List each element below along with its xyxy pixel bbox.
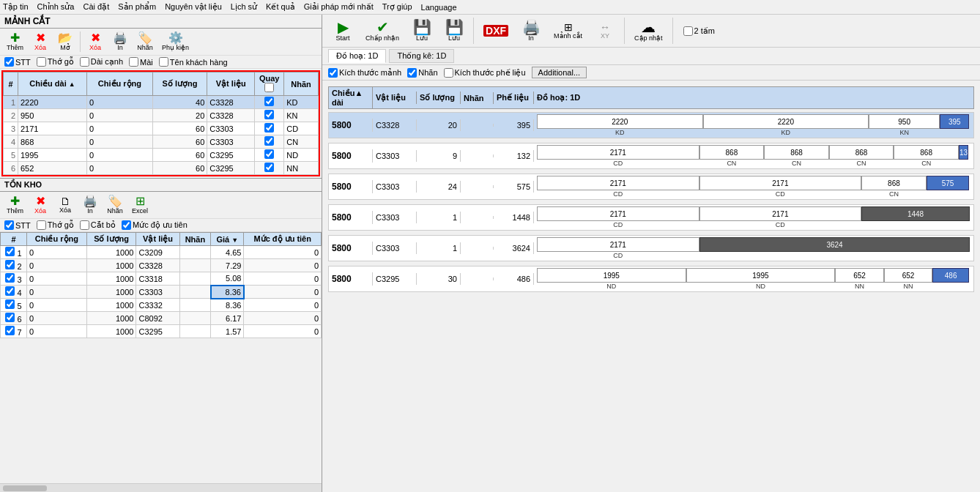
cell-gia[interactable]: 6.17 xyxy=(211,312,244,325)
nhan-button[interactable]: 🏷️ Nhãn xyxy=(133,30,157,53)
tk-check-stt[interactable]: STT xyxy=(4,220,31,230)
cell-check[interactable]: 3 xyxy=(1,272,27,286)
mo-button[interactable]: 📂 Mở xyxy=(53,30,77,53)
list-item[interactable]: 7 0 1000 C3295 1.57 0 xyxy=(1,325,322,338)
cell-quay[interactable] xyxy=(255,109,284,122)
check-stt[interactable]: STT xyxy=(4,57,31,67)
tk-check-cat-bo[interactable]: Cắt bỏ xyxy=(80,220,116,230)
in-button[interactable]: 🖨️ In xyxy=(108,30,132,53)
menu-tro-giup[interactable]: Trợ giúp xyxy=(382,2,412,12)
list-item[interactable]: 1 0 1000 C3209 4.65 0 xyxy=(1,246,322,259)
cell-check[interactable]: 7 xyxy=(1,325,27,338)
col-so-luong[interactable]: Số lượng xyxy=(152,72,207,96)
check-tho-go[interactable]: Thớ gỗ xyxy=(37,57,74,67)
cell-quay[interactable] xyxy=(255,96,284,109)
check-ten-khach-hang[interactable]: Tên khách hàng xyxy=(159,57,228,67)
cell-check[interactable]: 5 xyxy=(1,299,27,312)
tk-col-so-luong[interactable]: Số lượng xyxy=(86,233,136,246)
scrollbar-h[interactable] xyxy=(0,483,322,492)
cell-gia[interactable]: 5.08 xyxy=(211,272,244,286)
cell-check[interactable]: 1 xyxy=(1,246,27,259)
cell-check[interactable]: 2 xyxy=(1,259,27,272)
list-item[interactable]: 3 0 1000 C3318 5.08 0 xyxy=(1,272,322,286)
check-kich-thuoc-manh[interactable]: Kích thước mảnh xyxy=(328,68,401,78)
tab-do-hoa[interactable]: Đồ hoạ: 1D xyxy=(328,49,386,63)
diagram-row[interactable]: 5800 C3303 24 575 2171 CD 2171 CD 868 CN… xyxy=(328,174,974,200)
cell-check[interactable]: 4 xyxy=(1,286,27,299)
cell-gia[interactable]: 1.57 xyxy=(211,325,244,338)
col-chieu-rong[interactable]: Chiều rộng xyxy=(87,72,153,96)
cell-gia[interactable]: 8.36 xyxy=(211,299,244,312)
diagram-row[interactable]: 5800 C3295 30 486 1995 ND 1995 ND 652 NN… xyxy=(328,266,974,292)
cell-gia[interactable]: 7.29 xyxy=(211,259,244,272)
check-mai[interactable]: Mài xyxy=(129,57,153,67)
dxf-button[interactable]: DXF xyxy=(478,23,513,39)
xoa2-button[interactable]: ✖ Xóa xyxy=(83,30,107,53)
menu-language[interactable]: Language xyxy=(421,3,457,12)
diagram-row[interactable]: 5800 C3303 9 132 2171 CD 868 CN 868 CN 8… xyxy=(328,143,974,169)
col-vat-lieu[interactable]: Vật liệu xyxy=(207,72,255,96)
2-tam-check[interactable]: 2 tấm xyxy=(683,26,715,36)
chap-nhan-button[interactable]: ✔ Chấp nhận xyxy=(360,18,404,44)
col-nhan[interactable]: Nhãn xyxy=(284,72,319,96)
tab-thong-ke[interactable]: Thống kê: 1D xyxy=(389,49,454,63)
tk-in-button[interactable]: 🖨️ In xyxy=(78,193,102,217)
cell-gia[interactable]: 8.36 xyxy=(211,286,244,299)
phu-kien-button[interactable]: ⚙️ Phụ kiện xyxy=(158,30,193,53)
list-item[interactable]: 6 0 1000 C8092 6.17 0 xyxy=(1,312,322,325)
cell-quay[interactable] xyxy=(255,162,284,175)
menu-nguyen-vat-lieu[interactable]: Nguyên vật liệu xyxy=(165,2,222,12)
list-item[interactable]: 5 0 1000 C3332 8.36 0 xyxy=(1,299,322,312)
diagram-row[interactable]: 5800 C3303 1 1448 2171 CD 2171 CD 1448 xyxy=(328,204,974,231)
menu-ket-qua[interactable]: Kết quả xyxy=(266,2,295,12)
table-row[interactable]: 6 652 0 60 C3295 NN xyxy=(4,162,319,175)
tk-col-vat-lieu[interactable]: Vật liệu xyxy=(136,233,179,246)
tk-check-tho-go[interactable]: Thớ gỗ xyxy=(37,220,74,230)
diagram-row[interactable]: 5800 C3328 20 395 2220 KD 2220 KD 950 KN… xyxy=(328,112,974,138)
cell-quay[interactable] xyxy=(255,149,284,162)
cell-quay[interactable] xyxy=(255,122,284,135)
menu-chinh-sua[interactable]: Chỉnh sửa xyxy=(37,2,75,12)
table-row[interactable]: 2 950 0 20 C3328 KN xyxy=(4,109,319,122)
table-row[interactable]: 5 1995 0 60 C3295 ND xyxy=(4,149,319,162)
tk-col-nhan[interactable]: Nhãn xyxy=(179,233,211,246)
tk-xoa-button[interactable]: ✖ Xóa xyxy=(29,193,52,217)
table-row[interactable]: 3 2171 0 60 C3303 CD xyxy=(4,122,319,135)
col-chieu-dai[interactable]: Chiều dài ▲ xyxy=(18,72,87,96)
menu-giai-phap[interactable]: Giải pháp mới nhất xyxy=(304,2,374,12)
in-r-button[interactable]: 🖨️ In xyxy=(516,18,546,44)
additional-button[interactable]: Additional... xyxy=(532,67,587,78)
table-row[interactable]: 4 868 0 60 C3303 CN xyxy=(4,135,319,149)
cell-gia[interactable]: 4.65 xyxy=(211,246,244,259)
cap-nhat-button[interactable]: ☁ Cập nhật xyxy=(629,18,668,44)
tk-col-chieu-rong[interactable]: Chiều rộng xyxy=(27,233,87,246)
tk-excel-button[interactable]: ⊞ Excel xyxy=(128,193,152,217)
xoa-button[interactable]: ✖ Xóa xyxy=(29,30,52,53)
check-nhan[interactable]: Nhãn xyxy=(407,68,437,78)
table-row[interactable]: 1 2220 0 40 C3328 KD xyxy=(4,96,319,109)
cell-quay[interactable] xyxy=(255,135,284,149)
luu-button[interactable]: 💾 Lưu xyxy=(407,18,437,44)
xy-button[interactable]: ↔ XY xyxy=(590,20,620,42)
list-item[interactable]: 2 0 1000 C3328 7.29 0 xyxy=(1,259,322,272)
them-button[interactable]: ✚ Thêm xyxy=(3,30,27,53)
list-item[interactable]: 4 0 1000 C3303 8.36 0 xyxy=(1,286,322,299)
check-kich-thuoc-phe-lieu[interactable]: Kích thước phế liệu xyxy=(444,68,526,78)
menu-lich-su[interactable]: Lịch sử xyxy=(231,2,257,12)
tk-them-button[interactable]: ✚ Thêm xyxy=(3,193,27,217)
tk-col-gia[interactable]: Giá ▼ xyxy=(211,233,244,246)
tk-xoa2-button[interactable]: 🗋 Xóa xyxy=(53,194,77,216)
menu-cai-dat[interactable]: Cài đặt xyxy=(83,2,110,12)
tk-check-muc-do[interactable]: Mức độ ưu tiên xyxy=(122,220,188,230)
col-quay[interactable]: Quay xyxy=(255,72,284,96)
menu-san-pham[interactable]: Sản phẩm xyxy=(118,2,156,12)
check-dai-canh[interactable]: Dài cạnh xyxy=(80,57,123,67)
tk-col-muc-do[interactable]: Mức độ ưu tiên xyxy=(244,233,322,246)
tk-nhan-button[interactable]: 🏷️ Nhãn xyxy=(103,193,127,217)
cell-check[interactable]: 6 xyxy=(1,312,27,325)
diagram-row[interactable]: 5800 C3303 1 3624 2171 CD 3624 xyxy=(328,235,974,261)
luu2-button[interactable]: 💾 Lưu xyxy=(439,18,469,44)
menu-tap-tin[interactable]: Tập tin xyxy=(3,2,29,12)
manh-cat-r-button[interactable]: ⊞ Mảnh cắt xyxy=(549,20,587,42)
start-button[interactable]: ▶ Start xyxy=(328,18,357,44)
